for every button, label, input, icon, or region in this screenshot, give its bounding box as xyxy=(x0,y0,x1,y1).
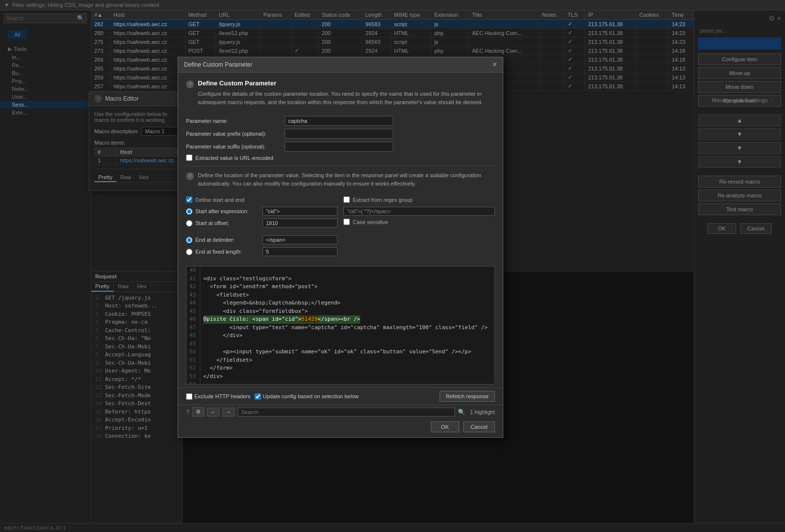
param-suffix-row: Parameter value suffix (optional): xyxy=(186,142,495,152)
param-prefix-row: Parameter value prefix (optional): xyxy=(186,129,495,139)
start-after-input[interactable] xyxy=(262,207,337,216)
refetch-response-button[interactable]: Refetch response xyxy=(440,391,495,402)
dcp-close-icon[interactable]: × xyxy=(492,60,497,69)
start-offset-input[interactable] xyxy=(262,219,337,228)
end-fixed-input[interactable] xyxy=(262,247,337,256)
start-offset-row: Start at offset: xyxy=(186,219,337,228)
highlighted-value: 51429 xyxy=(301,316,318,322)
exclude-headers-label: Exclude HTTP headers xyxy=(194,393,251,399)
exclude-headers-checkbox[interactable] xyxy=(186,393,192,400)
dcp-bottom-options: Exclude HTTP headers Update config based… xyxy=(178,387,503,405)
define-start-end-label: Define start and end xyxy=(195,197,244,203)
dcp-right-location: Extract from regex group Case sensitive xyxy=(343,196,495,259)
code-line: 46Opisite čislo: <span id="cid">51429</s… xyxy=(187,315,494,324)
param-prefix-label: Parameter value prefix (optional): xyxy=(186,131,285,137)
end-delimiter-input[interactable] xyxy=(262,235,337,244)
exclude-headers-option: Exclude HTTP headers xyxy=(186,393,251,400)
code-line: 43 <fieldset> xyxy=(187,291,494,300)
start-after-row: Start after expression: xyxy=(186,207,337,216)
start-after-label: Start after expression: xyxy=(195,208,260,214)
end-delimiter-radio[interactable] xyxy=(186,237,192,243)
update-config-option: Update config based on selection below xyxy=(255,393,359,400)
dcp-section-title: Define Custom Parameter xyxy=(198,79,483,87)
code-line: 41<div class="testloginform"> xyxy=(187,275,494,283)
search-magnifier-icon: 🔍 xyxy=(458,409,465,416)
case-sensitive-label: Case sensitive xyxy=(353,219,388,225)
dcp-header: Define Custom Parameter × xyxy=(178,57,503,73)
code-line: 44 <legend>&nbsp;Captcha&nbsp;</legend> xyxy=(187,299,494,307)
divider xyxy=(186,166,495,166)
extract-regex-row: Extract from regex group xyxy=(343,196,495,203)
end-delimiter-label: End at delimiter: xyxy=(195,237,260,243)
end-delimiter-row: End at delimiter: xyxy=(186,235,337,244)
dcp-cancel-button[interactable]: Cancel xyxy=(463,421,495,432)
extracted-url-label: Extracted value is URL-encoded xyxy=(195,155,273,161)
param-suffix-label: Parameter value suffix (optional): xyxy=(186,144,285,150)
code-line: 48 </div> xyxy=(187,332,494,340)
param-name-input[interactable] xyxy=(285,116,393,126)
start-offset-radio[interactable] xyxy=(186,220,192,227)
code-line: 40 xyxy=(187,266,494,275)
dcp-search-bar: ? ⚙ ← → 🔍 1 highlight xyxy=(178,405,503,418)
extract-regex-label: Extract from regex group xyxy=(353,197,412,203)
code-line: 53</div> xyxy=(187,373,494,381)
regex-pattern-input[interactable] xyxy=(343,207,495,216)
dcp-title: Define Custom Parameter xyxy=(184,61,253,68)
code-line: 45 <div class="formfieldbox"> xyxy=(187,307,494,316)
dcp-description: Configure the details of the custom para… xyxy=(198,90,483,106)
search-help-icon[interactable]: ? xyxy=(186,409,189,416)
extracted-url-row: Extracted value is URL-encoded xyxy=(186,154,495,161)
define-start-end-checkbox[interactable] xyxy=(186,196,192,203)
param-prefix-input[interactable] xyxy=(285,129,393,139)
define-custom-parameter-dialog: Define Custom Parameter × ? Define Custo… xyxy=(178,57,503,438)
search-back-button[interactable]: ← xyxy=(207,408,220,417)
dcp-actions: OK Cancel xyxy=(178,418,503,437)
search-forward-button[interactable]: → xyxy=(223,408,235,417)
code-line: 42 <form id="sendfrm" method="post"> xyxy=(187,283,494,291)
extract-regex-checkbox[interactable] xyxy=(343,196,350,203)
extracted-url-checkbox[interactable] xyxy=(186,154,192,161)
code-line: 54 xyxy=(187,380,494,384)
update-config-label: Update config based on selection below xyxy=(263,393,359,399)
code-line: 52 </form> xyxy=(187,364,494,373)
dcp-body: ? Define Custom Parameter Configure the … xyxy=(178,73,503,266)
code-line: 49 xyxy=(187,340,494,348)
define-start-end-row: Define start and end xyxy=(186,196,337,203)
start-offset-label: Start at offset: xyxy=(195,220,260,226)
dcp-left-location: Define start and end Start after express… xyxy=(186,196,337,259)
code-line: 51 </fieldset> xyxy=(187,356,494,365)
dcp-location-area: Define start and end Start after express… xyxy=(186,196,495,259)
param-suffix-input[interactable] xyxy=(285,142,393,152)
search-input[interactable] xyxy=(238,408,455,417)
case-sensitive-checkbox[interactable] xyxy=(343,219,350,225)
code-line: 47 <input type="text" name="captcha" id=… xyxy=(187,324,494,332)
dcp-location-desc: Define the location of the parameter val… xyxy=(198,171,481,188)
param-name-label: Parameter name: xyxy=(186,118,285,124)
start-after-radio[interactable] xyxy=(186,208,192,215)
highlight-count: 1 highlight xyxy=(470,409,495,415)
dcp-code-area: 4041<div class="testloginform">42 <form … xyxy=(186,266,495,384)
end-fixed-radio[interactable] xyxy=(186,249,192,255)
search-settings-icon[interactable]: ⚙ xyxy=(192,407,204,417)
end-fixed-label: End at fixed length: xyxy=(195,249,260,255)
dcp-help-icon[interactable]: ? xyxy=(186,80,194,88)
dcp-location-help-icon[interactable]: ? xyxy=(186,172,194,180)
param-name-row: Parameter name: xyxy=(186,116,495,126)
dcp-ok-button[interactable]: OK xyxy=(431,421,459,432)
end-fixed-row: End at fixed length: xyxy=(186,247,337,256)
code-line: 50 <p><input type="submit" name="ok" id=… xyxy=(187,348,494,356)
update-config-checkbox[interactable] xyxy=(255,393,261,400)
case-sensitive-row: Case sensitive xyxy=(343,219,495,225)
